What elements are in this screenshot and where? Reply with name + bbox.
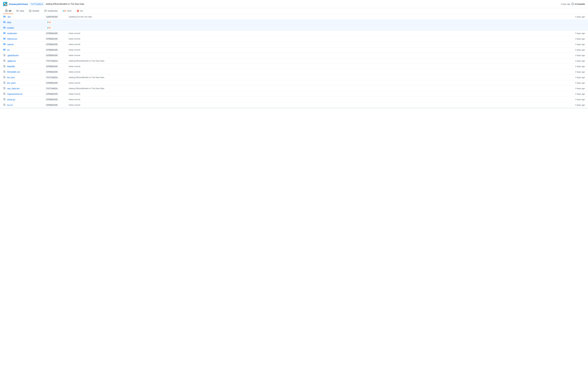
commits-count[interactable]: 3 Commits (575, 3, 585, 5)
commit-hash-badge[interactable]: 6795bb4195 (45, 93, 59, 95)
time-col: 3 days ago (570, 32, 585, 34)
tab-data[interactable]: Data (14, 8, 26, 14)
time-col: 3 days ago (570, 43, 585, 45)
commit-msg-col: Initial commit (67, 54, 570, 56)
commit-hash-badge[interactable]: 6795bb4195 (45, 32, 59, 35)
commit-hash-badge[interactable]: 6795bb4195 (45, 82, 59, 84)
commit-message-link[interactable]: Initial commit (69, 32, 80, 34)
tab-notebooks-label: Notebooks (48, 10, 58, 12)
commit-hash-badge[interactable]: 6795bb4195 (45, 104, 59, 106)
commit-hash-badge[interactable]: 6795bb4195 (45, 98, 59, 101)
time-col: 3 days ago (570, 71, 585, 73)
file-link[interactable]: reports (7, 43, 14, 46)
commit-message-link[interactable]: Initial commit (69, 65, 80, 68)
file-row: dvc.lock fa77cbeb2a Adding EfficientMode… (0, 75, 588, 80)
file-link[interactable]: notebooks (7, 32, 17, 35)
commit-hash-badge[interactable]: 6795bb4195 (45, 54, 59, 57)
models-tab-icon (29, 10, 32, 12)
tab-notebooks[interactable]: Notebooks (42, 8, 60, 14)
file-icon (3, 81, 6, 84)
file-row: requirements.txt 6795bb4195 Initial comm… (0, 91, 588, 97)
commit-message-link[interactable]: Initial commit (69, 43, 80, 45)
file-name-col: requirements.txt (3, 92, 43, 95)
file-link[interactable]: .gitattributes (7, 54, 19, 57)
file-name-col: .dvc (3, 15, 43, 18)
commit-message-link[interactable]: Adding EfficientModels to The Raw Data (69, 60, 104, 62)
repo-owner[interactable]: AiswaryaSrinivas (9, 3, 28, 5)
file-name-col: models (3, 26, 43, 29)
tab-git-label: Git (80, 10, 83, 12)
tab-git[interactable]: Git (74, 8, 85, 14)
tab-dvc[interactable]: DVC DVC (61, 8, 74, 14)
time-col: 3 days ago (570, 65, 585, 68)
commit-hash-badge[interactable]: 6795bb4195 (45, 38, 59, 40)
tab-dvc-label: DVC (67, 10, 72, 12)
file-link[interactable]: references (7, 38, 17, 40)
commit-hash-badge[interactable]: fa77cbeb2a (45, 87, 59, 90)
git-tab-icon (77, 10, 79, 12)
commit-meta: 3 days ago 3 Commits (561, 3, 585, 5)
file-link[interactable]: tox.ini (7, 104, 13, 106)
tab-all[interactable]: All (3, 8, 13, 14)
commit-msg-col: Adding EfficientModels to The Raw Data (67, 76, 570, 79)
commit-msg-col: Initial commit (67, 43, 570, 45)
folder-icon (3, 32, 6, 34)
header-commit-message: Adding EfficientModels to The Raw Data (46, 3, 559, 5)
commit-hash-badge[interactable]: 6795bb4195 (45, 71, 59, 73)
header-commit-hash[interactable]: fa77cbeb2a (29, 2, 44, 6)
time-col: 3 days ago (570, 49, 585, 51)
commit-hash-badge[interactable]: 6795bb4195 (45, 49, 59, 51)
folder-icon (3, 15, 6, 18)
file-link[interactable]: README.md (7, 71, 20, 73)
commit-message-link[interactable]: Initial commit (69, 93, 80, 95)
commit-message-link[interactable]: Initial commit (69, 98, 80, 101)
file-link[interactable]: dvc.yaml (7, 82, 15, 84)
commit-message-link[interactable]: Initial commit (69, 54, 80, 56)
commit-message-link[interactable]: Initial commit (69, 38, 80, 40)
file-icon (3, 65, 6, 68)
tab-models-label: Models (32, 10, 39, 12)
file-link[interactable]: requirements.txt (7, 93, 22, 95)
time-col: 3 days ago (570, 16, 585, 18)
file-row: setup.py 6795bb4195 Initial commit 3 day… (0, 97, 588, 102)
file-tab-icon (5, 10, 8, 12)
file-link[interactable]: .gitignore (7, 60, 16, 62)
file-link[interactable]: setup.py (7, 98, 15, 101)
commit-hash-col: DVC (45, 26, 67, 29)
commit-hash-col: 6795bb4195 (45, 43, 67, 46)
commit-message-link[interactable]: Adding EfficientModels to The Raw Data (69, 87, 104, 90)
commit-hash-col: 6795bb4195 (45, 38, 67, 40)
file-icon (3, 54, 6, 56)
file-icon (3, 81, 6, 84)
file-name-col: notebooks (3, 32, 43, 35)
commit-hash-badge[interactable]: 6795bb4195 (45, 65, 59, 68)
folder-icon (3, 26, 6, 29)
file-link[interactable]: src (7, 49, 10, 51)
commit-hash-badge[interactable]: 5a8df4b18d (45, 15, 59, 18)
time-col: 3 days ago (570, 93, 585, 95)
file-link[interactable]: models (7, 27, 14, 29)
commit-hash-badge[interactable]: fa77cbeb2a (45, 76, 59, 79)
file-link[interactable]: data (7, 21, 11, 24)
commit-message-link[interactable]: Updating Git with raw data (69, 16, 92, 18)
commit-message-link[interactable]: Initial commit (69, 82, 80, 84)
file-link[interactable]: raw_data.dvc (7, 87, 20, 90)
file-icon (3, 70, 6, 73)
file-icon (3, 59, 6, 62)
folder-icon (3, 43, 6, 46)
file-link[interactable]: .dvc (7, 16, 11, 18)
commit-hash-badge[interactable]: fa77cbeb2a (45, 60, 59, 62)
commit-hash-col: 6795bb4195 (45, 49, 67, 51)
commit-message-link[interactable]: Adding EfficientModels to The Raw Data (69, 76, 104, 79)
file-link[interactable]: Makefile (7, 65, 15, 68)
tab-models[interactable]: Models (27, 8, 41, 14)
time-col: 3 days ago (570, 60, 585, 62)
commit-hash-badge[interactable]: 6795bb4195 (45, 43, 59, 46)
commit-message-link[interactable]: Initial commit (69, 104, 80, 106)
commit-message-link[interactable]: Initial commit (69, 49, 80, 51)
time-col: 3 days ago (570, 76, 585, 79)
file-row: notebooks 6795bb4195 Initial commit 3 da… (0, 31, 588, 36)
commit-message-link[interactable]: Initial commit (69, 71, 80, 73)
file-name-col: Makefile (3, 65, 43, 68)
file-link[interactable]: dvc.lock (7, 76, 15, 79)
